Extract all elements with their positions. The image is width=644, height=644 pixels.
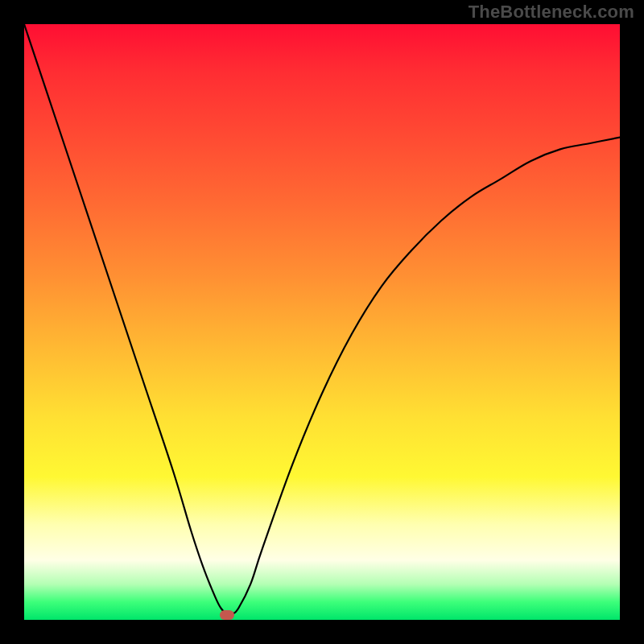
- watermark-text: TheBottleneck.com: [469, 2, 634, 23]
- bottleneck-curve: [24, 24, 620, 615]
- chart-frame: TheBottleneck.com: [0, 0, 644, 644]
- curve-svg: [24, 24, 620, 620]
- optimum-marker: [220, 610, 234, 620]
- plot-area: [24, 24, 620, 620]
